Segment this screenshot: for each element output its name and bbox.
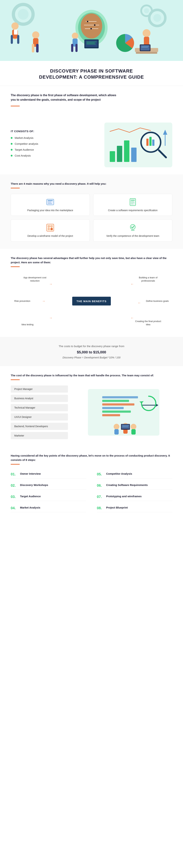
team-accent-bar: [11, 379, 20, 380]
cost-intro: The costs to budget for the discovery ph…: [11, 344, 172, 348]
reason-text-0: Packaging your idea into the marketplace: [27, 209, 73, 212]
svg-rect-93: [131, 429, 136, 435]
reasons-intro: There are 4 main reasons why you need a …: [11, 182, 172, 186]
reason-card-1: Create a software requirements specifica…: [93, 194, 172, 216]
step-number-7: 08.: [97, 506, 104, 510]
svg-point-19: [87, 21, 88, 22]
svg-point-92: [131, 424, 136, 430]
step-number-3: 04.: [11, 506, 18, 510]
benefits-accent-bar: [11, 266, 20, 267]
svg-rect-11: [17, 35, 19, 44]
intro-section: The discovery phase is the first phase o…: [0, 86, 183, 119]
team-intro: The cost of the discovery phase is influ…: [11, 373, 172, 378]
team-item-3: UX/UI Designer: [11, 413, 68, 421]
steps-grid: 01. Owner Interview 05. Competitor Analy…: [11, 470, 172, 512]
svg-rect-66: [131, 203, 135, 203]
reason-icon-0: [46, 197, 55, 207]
svg-rect-72: [50, 228, 53, 230]
team-item-4: Backend, frontend Developers: [11, 423, 68, 430]
bullet-dot: [11, 143, 12, 145]
svg-rect-55: [149, 137, 151, 146]
svg-point-8: [11, 22, 19, 30]
step-item-3: 04. Market Analysis: [11, 504, 86, 512]
svg-rect-44: [36, 44, 39, 53]
reason-icon-2: [46, 223, 55, 232]
svg-point-2: [18, 9, 29, 20]
team-illustration: [75, 389, 172, 436]
step-number-0: 01.: [11, 472, 18, 476]
svg-rect-54: [146, 138, 148, 146]
svg-rect-48: [117, 146, 122, 162]
svg-rect-38: [141, 45, 150, 51]
reason-text-1: Create a software requirements specifica…: [108, 209, 157, 212]
benefits-diagram: App development cost reduction Building …: [11, 273, 172, 330]
consists-list: Market Analysis Competitor analysis Targ…: [11, 136, 97, 157]
step-number-4: 05.: [97, 472, 104, 476]
reason-text-3: Verify the competence of the development…: [106, 234, 159, 238]
team-list: Project Manager Business Analyst Technic…: [11, 385, 68, 439]
benefit-item-0: App development cost reduction: [22, 276, 48, 282]
step-item-0: 01. Owner Interview: [11, 470, 86, 478]
step-label-4: Competitor Analysis: [106, 472, 132, 475]
reasons-grid: Packaging your idea into the marketplace…: [11, 194, 172, 242]
bullet-dot: [11, 149, 12, 151]
benefit-item-3: Define business goals: [146, 300, 169, 303]
hero-section: [0, 0, 183, 61]
svg-rect-64: [131, 200, 135, 200]
svg-point-4: [153, 14, 161, 22]
step-label-7: Project Blueprint: [106, 506, 128, 509]
consists-illustration: [104, 123, 172, 167]
svg-point-6: [144, 8, 149, 13]
step-item-2: 03. Target Audience: [11, 493, 86, 501]
step-item-1: 02. Discovery Workshops: [11, 481, 86, 490]
benefits-section: The discovery phase has several advantag…: [0, 249, 183, 337]
svg-rect-56: [152, 140, 154, 146]
benefit-arrow-bl: →: [49, 316, 52, 320]
benefit-arrow-ml: →: [42, 299, 45, 303]
benefit-item-5: Creating the final product idea: [135, 320, 161, 326]
svg-rect-43: [32, 44, 34, 53]
svg-rect-61: [48, 202, 51, 203]
reason-card-2: Develop a wireframe model of the project: [11, 219, 90, 242]
benefit-item-4: Idea testing: [22, 323, 33, 326]
svg-rect-80: [102, 400, 129, 402]
team-item-1: Business Analyst: [11, 395, 68, 402]
svg-point-15: [81, 13, 102, 38]
svg-rect-83: [102, 410, 131, 413]
consists-section: IT CONSISTS OF: Market Analysis Competit…: [0, 119, 183, 175]
svg-rect-71: [48, 228, 50, 230]
reason-icon-1: [128, 197, 137, 207]
step-number-1: 02.: [11, 483, 18, 488]
svg-rect-69: [48, 225, 50, 227]
step-label-0: Owner Interview: [20, 472, 41, 475]
svg-rect-12: [14, 30, 17, 35]
svg-rect-65: [131, 201, 134, 202]
steps-accent-bar: [11, 464, 20, 465]
team-item-2: Technical Manager: [11, 404, 68, 411]
step-item-4: 05. Competitor Analysis: [97, 470, 172, 478]
benefit-arrow-br: →: [131, 316, 134, 320]
svg-rect-30: [75, 44, 78, 52]
step-label-5: Creating Software Requirements: [106, 483, 148, 487]
step-label-6: Prototyping and wireframes: [106, 494, 142, 498]
svg-rect-32: [144, 37, 149, 46]
intro-accent-bar: [11, 106, 20, 106]
svg-rect-35: [136, 52, 157, 54]
step-number-5: 06.: [97, 483, 104, 488]
svg-rect-79: [102, 396, 138, 398]
reasons-section: There are 4 main reasons why you need a …: [0, 175, 183, 249]
svg-rect-60: [48, 200, 53, 201]
steps-section: Having considered all the key points of …: [0, 446, 183, 523]
benefits-center-label: THE MAIN BENEFITS: [72, 297, 111, 305]
svg-rect-10: [11, 35, 13, 44]
list-item: Target Audience: [11, 148, 97, 151]
list-item: Competitor analysis: [11, 142, 97, 145]
step-label-1: Discovery Workshops: [20, 483, 48, 487]
cost-range: $5,000 to $15,000: [11, 350, 172, 354]
team-section: The cost of the discovery phase is influ…: [0, 366, 183, 446]
step-label-2: Target Audience: [20, 494, 41, 498]
title-section: DISCOVERY PHASE IN SOFTWARE DEVELOPMENT:…: [0, 61, 183, 86]
intro-text: The discovery phase is the first phase o…: [11, 93, 118, 102]
svg-rect-68: [47, 224, 54, 231]
benefit-arrow-tr: →: [131, 282, 134, 286]
